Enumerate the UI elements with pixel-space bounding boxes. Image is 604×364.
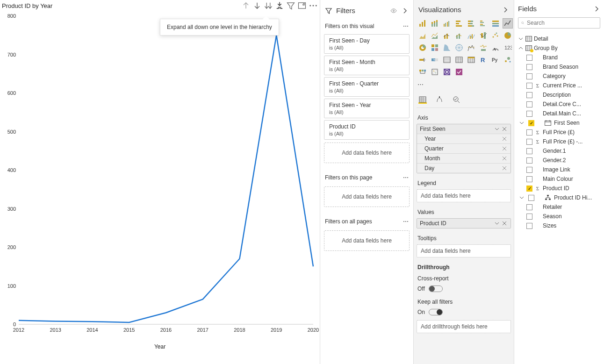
viz-type-icon[interactable] (430, 67, 440, 77)
add-page-filter-drop[interactable]: Add data fields here (324, 186, 410, 207)
axis-subitem[interactable]: Month (417, 154, 511, 164)
viz-type-icon[interactable] (417, 43, 428, 53)
remove-icon[interactable] (501, 145, 508, 152)
tooltips-well[interactable]: Add data fields here (417, 244, 511, 257)
filter-card[interactable]: First Seen - Dayis (All) (324, 34, 410, 54)
viz-type-icon[interactable] (478, 30, 489, 41)
viz-type-icon[interactable] (430, 43, 440, 53)
viz-type-icon[interactable] (454, 67, 464, 77)
field-checkbox[interactable] (526, 139, 532, 145)
viz-type-icon[interactable] (454, 55, 464, 65)
field-row[interactable]: Gender.2 (518, 156, 600, 165)
field-checkbox[interactable] (526, 223, 532, 229)
values-well[interactable]: Product ID (417, 218, 511, 228)
viz-type-icon[interactable] (466, 18, 476, 29)
field-checkbox[interactable] (526, 167, 532, 173)
viz-type-icon[interactable]: R (478, 55, 489, 65)
viz-type-icon[interactable] (430, 18, 440, 29)
remove-icon[interactable] (501, 155, 508, 162)
field-row[interactable]: Season (518, 212, 600, 221)
viz-type-icon[interactable] (442, 43, 452, 53)
field-checkbox[interactable] (526, 111, 532, 117)
more-viz-icon[interactable]: ⋯ (417, 79, 511, 93)
viz-type-icon[interactable] (503, 55, 513, 65)
field-row[interactable]: ΣFull Price (£) (518, 128, 600, 137)
field-row[interactable]: Sizes (518, 221, 600, 230)
field-checkbox[interactable] (526, 176, 532, 182)
viz-type-icon[interactable] (490, 30, 501, 41)
field-checkbox[interactable] (526, 129, 532, 136)
field-row[interactable]: Description (518, 90, 600, 100)
chevron-down-icon[interactable] (494, 126, 500, 132)
viz-type-icon[interactable] (417, 67, 428, 77)
more-icon[interactable]: ⋯ (403, 218, 409, 225)
fields-tab-icon[interactable] (418, 95, 427, 104)
viz-type-icon[interactable] (490, 43, 501, 53)
field-checkbox[interactable] (526, 73, 532, 79)
field-checkbox[interactable] (526, 92, 532, 98)
search-input[interactable] (527, 20, 597, 26)
collapse-pane-icon[interactable] (593, 5, 600, 13)
table-groupby[interactable]: Group By (518, 43, 600, 53)
viz-type-icon[interactable] (503, 30, 513, 41)
axis-item-firstseen[interactable]: First Seen (417, 124, 511, 134)
viz-type-icon[interactable]: % (430, 55, 440, 65)
chevron-down-icon[interactable] (494, 220, 500, 227)
drill-down-icon[interactable] (252, 1, 262, 10)
viz-type-icon[interactable] (442, 18, 452, 29)
keep-filters-toggle[interactable] (429, 309, 443, 315)
field-row[interactable]: Brand Season (518, 62, 600, 71)
viz-type-icon[interactable]: 123 (503, 43, 513, 53)
field-checkbox[interactable] (526, 148, 532, 154)
collapse-pane-icon[interactable] (502, 6, 509, 14)
focus-mode-icon[interactable] (297, 1, 307, 10)
axis-subitem[interactable]: Year (417, 134, 511, 144)
viz-type-icon[interactable] (417, 18, 428, 29)
next-level-icon[interactable] (264, 1, 273, 10)
remove-icon[interactable] (501, 220, 508, 227)
viz-type-icon[interactable] (454, 30, 464, 41)
more-icon[interactable]: ⋯ (403, 174, 409, 181)
field-checkbox[interactable] (526, 55, 532, 61)
drill-up-icon[interactable] (241, 1, 251, 10)
viz-type-icon[interactable] (417, 30, 428, 41)
field-checkbox[interactable] (526, 204, 532, 210)
remove-icon[interactable] (501, 126, 508, 132)
analytics-tab-icon[interactable] (452, 95, 460, 104)
axis-subitem[interactable]: Day (417, 164, 511, 173)
field-row[interactable]: Main Colour (518, 174, 600, 184)
viz-type-icon[interactable] (442, 55, 452, 65)
field-checkbox[interactable] (526, 101, 532, 107)
field-row[interactable]: Gender.1 (518, 146, 600, 156)
field-row[interactable]: ✓ΣProduct ID (518, 184, 600, 193)
viz-type-icon[interactable] (490, 18, 501, 29)
field-row[interactable]: Image Link (518, 165, 600, 174)
viz-type-icon[interactable] (442, 30, 452, 41)
viz-type-icon[interactable] (454, 43, 464, 53)
filter-card[interactable]: Product IDis (All) (324, 120, 410, 140)
viz-type-icon[interactable]: Py (490, 55, 501, 65)
fields-search[interactable] (518, 17, 600, 29)
field-row[interactable]: Detail.Main C... (518, 109, 600, 118)
field-checkbox[interactable] (526, 214, 532, 220)
viz-type-icon[interactable] (417, 55, 428, 65)
field-row[interactable]: Category (518, 71, 600, 81)
viz-type-icon[interactable] (430, 30, 440, 41)
axis-well[interactable]: First Seen YearQuarterMonthDay (417, 124, 511, 173)
viz-type-icon[interactable] (478, 18, 489, 29)
viz-type-icon[interactable] (466, 30, 476, 41)
field-checkbox[interactable] (528, 195, 534, 201)
legend-well[interactable]: Add data fields here (417, 189, 511, 202)
more-icon[interactable]: ⋯ (403, 23, 409, 29)
viz-type-icon[interactable] (466, 43, 476, 53)
chart-visual[interactable]: Product ID by Year Expand all down one l… (0, 0, 320, 364)
filter-card[interactable]: First Seen - Yearis (All) (324, 99, 410, 118)
field-row[interactable]: Detail.Core C... (518, 100, 600, 109)
field-checkbox[interactable] (526, 83, 532, 89)
table-detail[interactable]: Detail (518, 34, 600, 43)
field-checkbox[interactable]: ✓ (528, 120, 534, 126)
viz-type-icon[interactable] (454, 18, 464, 29)
field-checkbox[interactable] (526, 157, 532, 164)
field-row[interactable]: Product ID Hi... (518, 193, 600, 202)
viz-type-icon[interactable] (442, 67, 452, 77)
